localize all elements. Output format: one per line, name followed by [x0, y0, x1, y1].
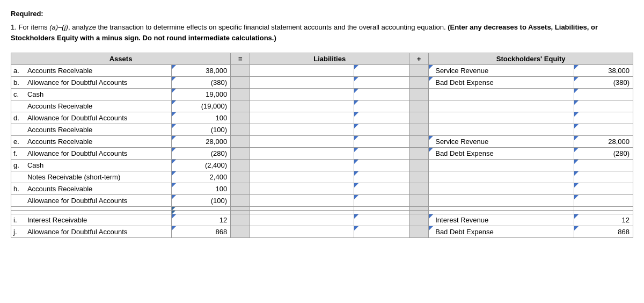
row-label: [11, 100, 26, 112]
asset-account: Accounts Receivable: [26, 183, 172, 195]
asset-value[interactable]: (380): [172, 77, 231, 89]
instruction-italic: (a)–(j): [49, 23, 68, 31]
accounting-equation-table: Assets = Liabilities + Stockholders' Equ…: [11, 53, 633, 238]
asset-account: Allowance for Doubtful Accounts: [26, 77, 172, 89]
se-value[interactable]: 868: [574, 226, 633, 238]
asset-value[interactable]: (100): [172, 195, 231, 207]
row-label: [11, 171, 26, 183]
asset-account: Allowance for Doubtful Accounts: [26, 226, 172, 238]
row-label: g.: [11, 160, 26, 171]
asset-value[interactable]: 2,400: [172, 171, 231, 183]
eq-divider: [231, 207, 250, 211]
liability-value[interactable]: [354, 207, 409, 211]
liability-value[interactable]: [354, 195, 409, 207]
asset-value[interactable]: [172, 211, 231, 214]
row-label: [11, 207, 26, 211]
liability-account: [250, 65, 354, 77]
liability-value[interactable]: [354, 160, 409, 171]
liability-value[interactable]: [354, 214, 409, 226]
se-value[interactable]: [574, 171, 633, 183]
eq-divider: [231, 214, 250, 226]
asset-value[interactable]: (19,000): [172, 100, 231, 112]
eq-divider: [231, 160, 250, 171]
liability-value[interactable]: [354, 148, 409, 160]
liability-account: [250, 89, 354, 100]
liability-value[interactable]: [354, 183, 409, 195]
liability-value[interactable]: [354, 211, 409, 214]
plus-divider: [409, 112, 429, 124]
row-label: e.: [11, 136, 26, 148]
instruction-part1: 1. For items: [11, 23, 49, 31]
se-value[interactable]: 12: [574, 214, 633, 226]
plus-divider: [409, 89, 429, 100]
se-value[interactable]: [574, 207, 633, 211]
se-account: [429, 112, 574, 124]
plus-divider: [409, 214, 429, 226]
liability-account: [250, 207, 354, 211]
asset-account: Accounts Receivable: [26, 65, 172, 77]
asset-value[interactable]: 100: [172, 183, 231, 195]
asset-value[interactable]: (280): [172, 148, 231, 160]
asset-value[interactable]: (100): [172, 124, 231, 136]
liability-value[interactable]: [354, 136, 409, 148]
liability-account: [250, 211, 354, 214]
asset-account: Accounts Receivable: [26, 136, 172, 148]
se-account: Bad Debt Expense: [429, 148, 574, 160]
plus-divider: [409, 171, 429, 183]
row-label: f.: [11, 148, 26, 160]
liability-account: [250, 195, 354, 207]
row-label: [11, 195, 26, 207]
row-label: b.: [11, 77, 26, 89]
asset-value[interactable]: 38,000: [172, 65, 231, 77]
se-account: [429, 100, 574, 112]
plus-divider: [409, 148, 429, 160]
asset-account: Cash: [26, 160, 172, 171]
asset-value[interactable]: 19,000: [172, 89, 231, 100]
asset-value[interactable]: [172, 207, 231, 211]
plus-divider: [409, 136, 429, 148]
liability-value[interactable]: [354, 112, 409, 124]
asset-account: Accounts Receivable: [26, 100, 172, 112]
asset-account: [26, 207, 172, 211]
liability-account: [250, 124, 354, 136]
asset-value[interactable]: (2,400): [172, 160, 231, 171]
liability-value[interactable]: [354, 124, 409, 136]
se-value[interactable]: (280): [574, 148, 633, 160]
eq-divider: [231, 89, 250, 100]
se-value[interactable]: [574, 183, 633, 195]
asset-value[interactable]: 868: [172, 226, 231, 238]
liabilities-header: Liabilities: [250, 53, 409, 65]
liability-value[interactable]: [354, 100, 409, 112]
se-value[interactable]: [574, 100, 633, 112]
se-value[interactable]: [574, 124, 633, 136]
liability-value[interactable]: [354, 226, 409, 238]
se-value[interactable]: [574, 211, 633, 214]
plus-divider: [409, 195, 429, 207]
se-value[interactable]: 28,000: [574, 136, 633, 148]
liability-account: [250, 100, 354, 112]
eq-divider: [231, 112, 250, 124]
plus-divider: [409, 65, 429, 77]
eq-divider: [231, 148, 250, 160]
se-value[interactable]: [574, 89, 633, 100]
eq-divider: [231, 136, 250, 148]
liability-value[interactable]: [354, 171, 409, 183]
liability-value[interactable]: [354, 65, 409, 77]
plus-divider: [409, 124, 429, 136]
equals-sign: =: [231, 53, 250, 65]
se-value[interactable]: [574, 195, 633, 207]
se-value[interactable]: 38,000: [574, 65, 633, 77]
se-value[interactable]: [574, 160, 633, 171]
liability-value[interactable]: [354, 89, 409, 100]
asset-value[interactable]: 12: [172, 214, 231, 226]
liability-account: [250, 148, 354, 160]
asset-account: Interest Receivable: [26, 214, 172, 226]
se-value[interactable]: (380): [574, 77, 633, 89]
instruction-part2: , analyze the transaction to determine e…: [68, 23, 448, 31]
row-label: c.: [11, 89, 26, 100]
asset-value[interactable]: 100: [172, 112, 231, 124]
se-value[interactable]: [574, 112, 633, 124]
eq-divider: [231, 195, 250, 207]
asset-value[interactable]: 28,000: [172, 136, 231, 148]
liability-value[interactable]: [354, 77, 409, 89]
